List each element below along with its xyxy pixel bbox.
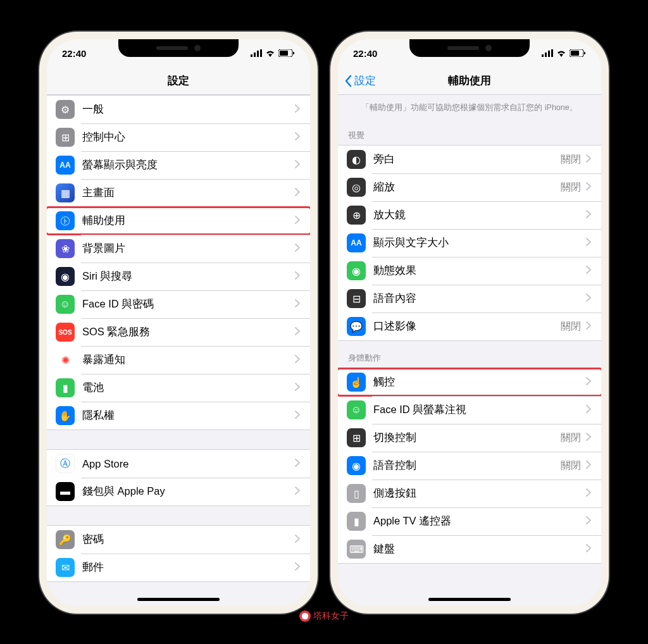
cellular-icon xyxy=(251,48,262,59)
chevron-right-icon xyxy=(586,405,591,415)
home-indicator[interactable] xyxy=(137,598,220,601)
chevron-right-icon xyxy=(295,459,300,469)
chevron-right-icon xyxy=(586,154,591,164)
phone-left: 22:40 設定 ⚙一般⊞控制中心AA螢幕顯示與亮度▦主畫面㋣輔助使用❀背景圖片… xyxy=(39,32,318,614)
home-indicator[interactable] xyxy=(428,598,511,601)
row-label: 鍵盤 xyxy=(373,542,586,556)
audio-desc-icon: 💬 xyxy=(347,317,366,336)
settings-row-wallet[interactable]: ▬錢包與 Apple Pay xyxy=(47,478,310,505)
row-label: 縮放 xyxy=(373,180,561,194)
settings-group: ⚙一般⊞控制中心AA螢幕顯示與亮度▦主畫面㋣輔助使用❀背景圖片◉Siri 與搜尋… xyxy=(47,95,310,430)
keyboard-icon: ⌨ xyxy=(347,540,366,559)
chevron-right-icon xyxy=(586,210,591,220)
svg-rect-9 xyxy=(548,51,550,57)
chevron-right-icon xyxy=(295,271,300,282)
chevron-right-icon xyxy=(295,383,300,393)
settings-row-control-center[interactable]: ⊞控制中心 xyxy=(47,123,310,151)
row-label: 螢幕顯示與亮度 xyxy=(82,158,295,172)
switch-control-icon: ⊞ xyxy=(347,428,366,447)
settings-row-magnifier[interactable]: ⊕放大鏡 xyxy=(338,201,601,229)
back-label: 設定 xyxy=(354,73,376,88)
settings-group: ⒶApp Store▬錢包與 Apple Pay xyxy=(47,449,310,506)
settings-row-passwords[interactable]: 🔑密碼 xyxy=(47,526,310,554)
chevron-right-icon xyxy=(586,516,591,526)
settings-row-touch[interactable]: ☝觸控 xyxy=(338,368,601,396)
motion-icon: ◉ xyxy=(347,261,366,280)
row-label: 切換控制 xyxy=(373,431,561,445)
notch xyxy=(118,39,239,57)
settings-row-audio-desc[interactable]: 💬口述影像關閉 xyxy=(338,313,601,340)
exposure-icon: ✺ xyxy=(56,350,75,369)
svg-rect-10 xyxy=(551,49,553,57)
cellular-icon xyxy=(542,48,553,59)
privacy-icon: ✋ xyxy=(56,406,75,425)
settings-row-display[interactable]: AA螢幕顯示與亮度 xyxy=(47,151,310,179)
settings-row-home-screen[interactable]: ▦主畫面 xyxy=(47,179,310,207)
watermark: 塔科女子 xyxy=(299,610,349,622)
svg-rect-1 xyxy=(254,53,256,57)
section-header: 身體動作 xyxy=(338,341,601,368)
page-title: 輔助使用 xyxy=(448,73,491,88)
settings-row-exposure[interactable]: ✺暴露通知 xyxy=(47,346,310,374)
settings-row-voice-control[interactable]: ◉語音控制關閉 xyxy=(338,452,601,480)
faceid-icon: ☺ xyxy=(56,295,75,314)
chevron-right-icon xyxy=(586,544,591,554)
settings-row-motion[interactable]: ◉動態效果 xyxy=(338,257,601,285)
settings-content[interactable]: ⚙一般⊞控制中心AA螢幕顯示與亮度▦主畫面㋣輔助使用❀背景圖片◉Siri 與搜尋… xyxy=(47,95,310,606)
settings-row-sos[interactable]: SOSSOS 緊急服務 xyxy=(47,318,310,346)
voice-control-icon: ◉ xyxy=(347,456,366,475)
svg-rect-12 xyxy=(571,51,579,56)
chevron-right-icon xyxy=(295,216,300,226)
settings-row-wallpaper[interactable]: ❀背景圖片 xyxy=(47,235,310,263)
settings-row-keyboard[interactable]: ⌨鍵盤 xyxy=(338,535,601,563)
settings-row-spoken[interactable]: ⊟語音內容 xyxy=(338,285,601,313)
settings-row-side-button[interactable]: ▯側邊按鈕 xyxy=(338,480,601,507)
display-icon: AA xyxy=(56,156,75,175)
battery-icon xyxy=(278,48,295,59)
voiceover-icon: ◐ xyxy=(347,150,366,169)
siri-icon: ◉ xyxy=(56,267,75,286)
svg-rect-7 xyxy=(542,54,544,57)
row-label: Face ID 與螢幕注視 xyxy=(373,403,586,417)
settings-row-appletv-remote[interactable]: ▮Apple TV 遙控器 xyxy=(338,507,601,535)
svg-rect-8 xyxy=(545,53,547,57)
row-label: 語音內容 xyxy=(373,292,586,306)
row-label: 主畫面 xyxy=(82,186,295,200)
settings-row-faceid-attention[interactable]: ☺Face ID 與螢幕注視 xyxy=(338,396,601,424)
settings-row-siri[interactable]: ◉Siri 與搜尋 xyxy=(47,263,310,290)
accessibility-content[interactable]: 「輔助使用」功能可協助您根據個別需求自訂您的 iPhone。視覺◐旁白關閉◎縮放… xyxy=(338,95,601,606)
svg-rect-5 xyxy=(280,51,288,56)
row-value: 關閉 xyxy=(561,320,581,333)
chevron-right-icon xyxy=(586,433,591,443)
accessibility-icon: ㋣ xyxy=(56,211,75,230)
settings-row-textsize[interactable]: AA顯示與文字大小 xyxy=(338,229,601,257)
settings-row-accessibility[interactable]: ㋣輔助使用 xyxy=(47,207,310,235)
chevron-right-icon xyxy=(586,377,591,387)
settings-row-voiceover[interactable]: ◐旁白關閉 xyxy=(338,146,601,173)
chevron-right-icon xyxy=(295,411,300,421)
row-label: Apple TV 遙控器 xyxy=(373,514,586,528)
back-button[interactable]: 設定 xyxy=(344,73,376,88)
row-label: 動態效果 xyxy=(373,264,586,278)
settings-row-switch-control[interactable]: ⊞切換控制關閉 xyxy=(338,424,601,452)
accessibility-description: 「輔助使用」功能可協助您根據個別需求自訂您的 iPhone。 xyxy=(338,95,601,118)
row-label: 暴露通知 xyxy=(82,353,295,367)
wifi-icon xyxy=(556,48,566,59)
chevron-right-icon xyxy=(295,188,300,198)
chevron-right-icon xyxy=(586,266,591,276)
settings-row-zoom[interactable]: ◎縮放關閉 xyxy=(338,173,601,201)
chevron-right-icon xyxy=(295,486,300,497)
settings-row-appstore[interactable]: ⒶApp Store xyxy=(47,450,310,478)
row-value: 關閉 xyxy=(561,181,581,194)
settings-row-mail[interactable]: ✉郵件 xyxy=(47,554,310,581)
settings-row-gear[interactable]: ⚙一般 xyxy=(47,96,310,123)
chevron-right-icon xyxy=(586,182,591,192)
magnifier-icon: ⊕ xyxy=(347,206,366,225)
settings-row-privacy[interactable]: ✋隱私權 xyxy=(47,402,310,430)
svg-rect-0 xyxy=(251,54,252,57)
battery-icon xyxy=(570,48,586,59)
settings-row-faceid[interactable]: ☺Face ID 與密碼 xyxy=(47,290,310,318)
row-label: 密碼 xyxy=(82,533,295,547)
settings-row-battery[interactable]: ▮電池 xyxy=(47,374,310,402)
faceid-attention-icon: ☺ xyxy=(347,400,366,419)
